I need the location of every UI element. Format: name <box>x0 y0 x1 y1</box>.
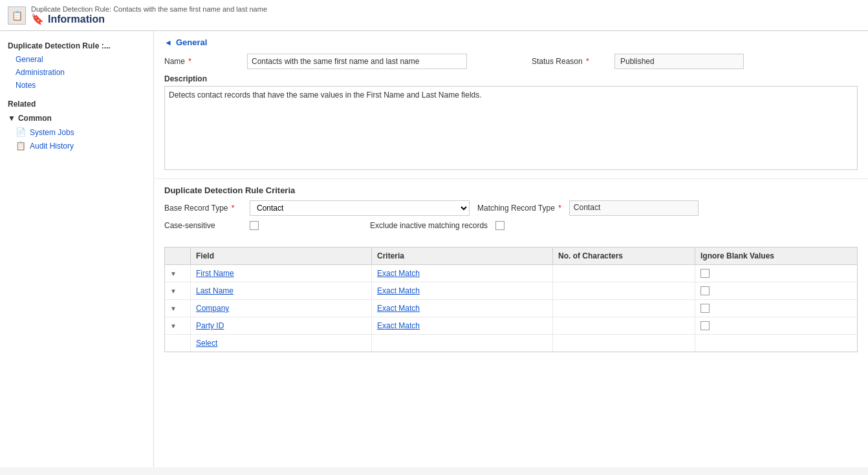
header-title-block: Duplicate Detection Rule: Contacts with … <box>31 5 267 25</box>
row2-ignore <box>695 282 825 299</box>
matching-record-value: Contact <box>569 200 699 216</box>
status-group: Status Reason * Published <box>532 54 744 69</box>
base-record-required: * <box>230 204 235 213</box>
select-criteria-cell <box>372 335 553 352</box>
case-sensitive-checkbox[interactable] <box>250 221 259 230</box>
sidebar-item-audit-history[interactable]: 📋 Audit History <box>0 139 153 153</box>
expand-icon-1: ▼ <box>170 270 177 277</box>
name-label: Name * <box>164 57 242 66</box>
select-link[interactable]: Select <box>196 339 217 348</box>
row1-ignore <box>695 265 825 282</box>
audit-history-icon: 📋 <box>16 141 26 151</box>
row4-ignore-checkbox[interactable] <box>700 321 710 330</box>
base-record-select[interactable]: Contact <box>250 200 470 216</box>
row1-expand[interactable]: ▼ <box>165 265 191 282</box>
row1-criteria: Exact Match <box>372 265 553 282</box>
grid-col-field: Field <box>191 248 372 264</box>
row4-field-link[interactable]: Party ID <box>196 321 224 330</box>
common-triangle-icon: ▼ <box>8 114 16 123</box>
row2-expand[interactable]: ▼ <box>165 282 191 299</box>
header-subtitle: Duplicate Detection Rule: Contacts with … <box>31 5 267 13</box>
row1-field-link[interactable]: First Name <box>196 269 234 278</box>
base-record-label: Base Record Type * <box>164 204 242 213</box>
name-required: * <box>186 57 191 66</box>
sidebar-related-title: Related <box>0 92 153 111</box>
matching-record-label: Matching Record Type * <box>477 204 561 213</box>
row3-criteria: Exact Match <box>372 300 553 317</box>
grid-col-ignore: Ignore Blank Values <box>695 248 825 264</box>
row2-criteria: Exact Match <box>372 282 553 299</box>
header-title: 🔖 Information <box>31 13 267 25</box>
info-icon: 🔖 <box>31 13 44 25</box>
description-textarea[interactable] <box>164 86 858 170</box>
status-required: * <box>584 57 589 66</box>
description-label: Description <box>164 74 858 83</box>
description-group: Description <box>164 74 858 172</box>
criteria-form: Base Record Type * Contact Matching Reco… <box>154 200 868 242</box>
row3-expand[interactable]: ▼ <box>165 300 191 317</box>
content-area: ◄ General Name * Status Reason * Publish… <box>154 31 868 467</box>
grid-col-chars: No. of Characters <box>553 248 695 264</box>
row4-ignore <box>695 317 825 334</box>
sidebar-link-administration[interactable]: Administration <box>0 66 153 79</box>
expand-icon-4: ▼ <box>170 322 177 330</box>
row3-field: Company <box>191 300 372 317</box>
row4-expand[interactable]: ▼ <box>165 317 191 334</box>
grid-header: Field Criteria No. of Characters Ignore … <box>165 248 857 265</box>
table-row: ▼ First Name Exact Match <box>165 265 857 282</box>
exclude-inactive-label: Exclude inactive matching records <box>370 221 488 230</box>
grid-col-criteria: Criteria <box>372 248 553 264</box>
select-expand-cell <box>165 335 191 352</box>
status-reason-value: Published <box>614 54 744 69</box>
row3-field-link[interactable]: Company <box>196 304 229 313</box>
base-record-row: Base Record Type * Contact Matching Reco… <box>164 200 858 216</box>
table-row: ▼ Party ID Exact Match <box>165 317 857 335</box>
select-chars-cell <box>553 335 695 352</box>
system-jobs-icon: 📄 <box>16 127 26 137</box>
row2-ignore-checkbox[interactable] <box>700 286 710 295</box>
general-section-header: ◄ General <box>154 31 868 51</box>
status-reason-label: Status Reason * <box>532 57 609 66</box>
sidebar-item-system-jobs[interactable]: 📄 System Jobs <box>0 125 153 139</box>
row3-ignore-checkbox[interactable] <box>700 304 710 313</box>
header-icon-symbol: 📋 <box>12 10 23 21</box>
name-status-row: Name * Status Reason * Published <box>164 54 858 69</box>
sidebar-link-general[interactable]: General <box>0 53 153 66</box>
table-row: ▼ Last Name Exact Match <box>165 282 857 300</box>
row1-chars <box>553 265 695 282</box>
select-cell: Select <box>191 335 372 352</box>
row3-criteria-link[interactable]: Exact Match <box>377 304 420 313</box>
row2-chars <box>553 282 695 299</box>
row1-field: First Name <box>191 265 372 282</box>
matching-record-required: * <box>556 204 561 213</box>
case-sensitive-label: Case-sensitive <box>164 221 242 230</box>
criteria-grid: Field Criteria No. of Characters Ignore … <box>164 247 858 352</box>
row4-criteria: Exact Match <box>372 317 553 334</box>
exclude-inactive-checkbox[interactable] <box>495 221 505 230</box>
header-bar: 📋 Duplicate Detection Rule: Contacts wit… <box>0 0 868 31</box>
row2-field-link[interactable]: Last Name <box>196 286 233 295</box>
sidebar-link-notes[interactable]: Notes <box>0 79 153 92</box>
case-sensitive-row: Case-sensitive Exclude inactive matching… <box>164 221 858 230</box>
general-section-title: General <box>176 37 207 47</box>
row2-criteria-link[interactable]: Exact Match <box>377 286 420 295</box>
grid-col-expand <box>165 248 191 264</box>
row4-criteria-link[interactable]: Exact Match <box>377 321 420 330</box>
select-ignore-cell <box>695 335 825 352</box>
sidebar-main-section: Duplicate Detection Rule :... <box>0 37 153 53</box>
name-input[interactable] <box>247 54 467 69</box>
row1-ignore-checkbox[interactable] <box>700 269 710 278</box>
criteria-section-title: Duplicate Detection Rule Criteria <box>154 178 868 200</box>
row1-criteria-link[interactable]: Exact Match <box>377 269 420 278</box>
sidebar-common-title: ▼ Common <box>0 111 153 125</box>
row3-ignore <box>695 300 825 317</box>
row3-chars <box>553 300 695 317</box>
row4-field: Party ID <box>191 317 372 334</box>
sidebar: Duplicate Detection Rule :... General Ad… <box>0 31 154 467</box>
main-layout: Duplicate Detection Rule :... General Ad… <box>0 31 868 467</box>
row4-chars <box>553 317 695 334</box>
header-icon: 📋 <box>8 6 26 25</box>
select-row: Select <box>165 335 857 352</box>
expand-icon-3: ▼ <box>170 305 177 312</box>
table-row: ▼ Company Exact Match <box>165 300 857 317</box>
